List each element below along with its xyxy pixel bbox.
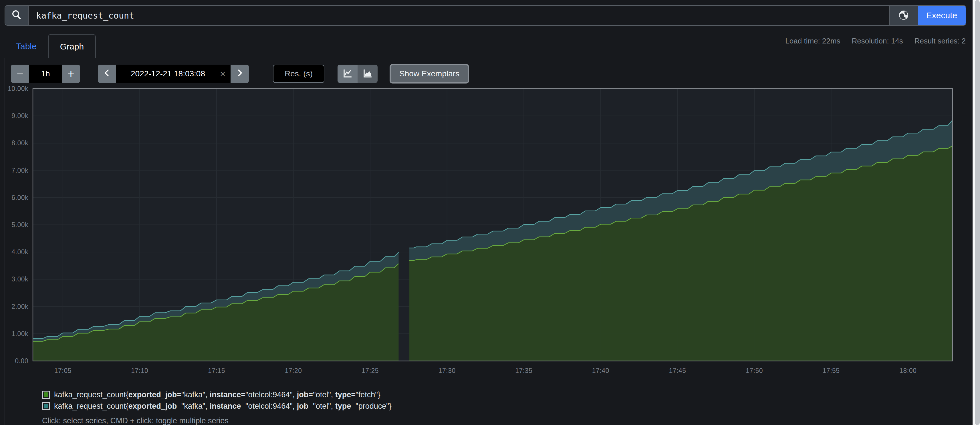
y-tick-label: 3.00k	[11, 275, 28, 283]
x-tick-label: 18:00	[899, 367, 916, 374]
plus-icon: +	[67, 68, 74, 80]
x-tick-label: 17:30	[439, 367, 456, 374]
x-tick-label: 17:10	[131, 367, 148, 374]
time-forward-button[interactable]	[231, 65, 249, 83]
result-series: Result series: 2	[915, 37, 966, 46]
y-tick-label: 10.00k	[8, 85, 28, 92]
range-decrease-button[interactable]: −	[11, 65, 29, 83]
x-tick-label: 17:15	[208, 367, 225, 374]
legend-swatch	[42, 391, 50, 399]
x-tick-label: 17:35	[515, 367, 532, 374]
y-tick-label: 4.00k	[11, 248, 28, 256]
stacked-chart-button[interactable]	[358, 65, 378, 83]
y-tick-label: 6.00k	[11, 194, 28, 201]
range-control: − +	[11, 65, 80, 83]
load-time: Load time: 22ms	[785, 37, 840, 46]
stacked-chart-icon	[362, 68, 373, 80]
range-input[interactable]	[29, 65, 62, 83]
x-tick-label: 17:55	[822, 367, 840, 374]
endtime-control: ×	[98, 65, 249, 83]
show-exemplars-button[interactable]: Show Exemplars	[390, 64, 469, 83]
y-tick-label: 9.00k	[11, 112, 28, 119]
legend-hint: Click: select series, CMD + click: toggl…	[42, 416, 391, 425]
graph-toolbar: − + ×	[11, 64, 469, 83]
x-tick-label: 17:20	[285, 367, 302, 374]
query-stats: Load time: 22ms Resolution: 14s Result s…	[785, 37, 966, 46]
x-tick-label: 17:50	[746, 367, 763, 374]
line-chart-icon	[342, 68, 353, 80]
tab-table[interactable]: Table	[5, 34, 48, 58]
legend-item[interactable]: kafka_request_count{exported_job="kafka"…	[42, 400, 391, 412]
legend-rows: kafka_request_count{exported_job="kafka"…	[42, 389, 391, 412]
legend-series-label: kafka_request_count{exported_job="kafka"…	[54, 390, 380, 399]
range-increase-button[interactable]: +	[62, 65, 80, 83]
legend-series-label: kafka_request_count{exported_job="kafka"…	[54, 402, 391, 411]
y-tick-label: 0.00	[15, 357, 28, 365]
graph-legend: kafka_request_count{exported_job="kafka"…	[42, 389, 391, 425]
search-icon	[11, 9, 22, 22]
graph-panel: − + ×	[5, 58, 966, 425]
x-tick-label: 17:40	[592, 367, 609, 374]
view-tabs: Table Graph	[5, 34, 96, 58]
execute-button[interactable]: Execute	[918, 6, 966, 25]
chart-type-toggle	[337, 65, 378, 83]
resolution: Resolution: 14s	[852, 37, 903, 46]
clear-time-icon[interactable]: ×	[220, 65, 225, 83]
endtime-input[interactable]	[116, 65, 231, 83]
time-back-button[interactable]	[98, 65, 116, 83]
chevron-left-icon	[103, 68, 111, 80]
scrollbar-thumb[interactable]	[975, 0, 980, 425]
search-addon	[5, 6, 29, 25]
y-tick-label: 8.00k	[11, 139, 28, 147]
query-bar: Execute	[5, 5, 966, 26]
metrics-explorer-button[interactable]	[889, 6, 918, 25]
x-tick-label: 17:05	[54, 367, 72, 374]
y-tick-label: 1.00k	[11, 330, 28, 337]
minus-icon: −	[17, 68, 23, 80]
y-tick-label: 7.00k	[11, 167, 28, 174]
y-tick-label: 5.00k	[11, 221, 28, 229]
tab-graph[interactable]: Graph	[48, 34, 96, 58]
resolution-input[interactable]	[273, 65, 325, 83]
chevron-right-icon	[235, 68, 244, 80]
graph-canvas[interactable]: 0.001.00k2.00k3.00k4.00k5.00k6.00k7.00k8…	[5, 84, 962, 382]
legend-swatch	[42, 402, 50, 410]
x-tick-label: 17:25	[361, 367, 379, 374]
x-tick-label: 17:45	[669, 367, 686, 374]
globe-icon	[897, 9, 910, 22]
endtime-wrap: ×	[116, 65, 231, 83]
legend-item[interactable]: kafka_request_count{exported_job="kafka"…	[42, 389, 391, 400]
query-input[interactable]	[29, 6, 889, 25]
scrollbar-track[interactable]	[972, 0, 980, 425]
y-tick-label: 2.00k	[11, 303, 28, 310]
unstacked-chart-button[interactable]	[337, 65, 358, 83]
